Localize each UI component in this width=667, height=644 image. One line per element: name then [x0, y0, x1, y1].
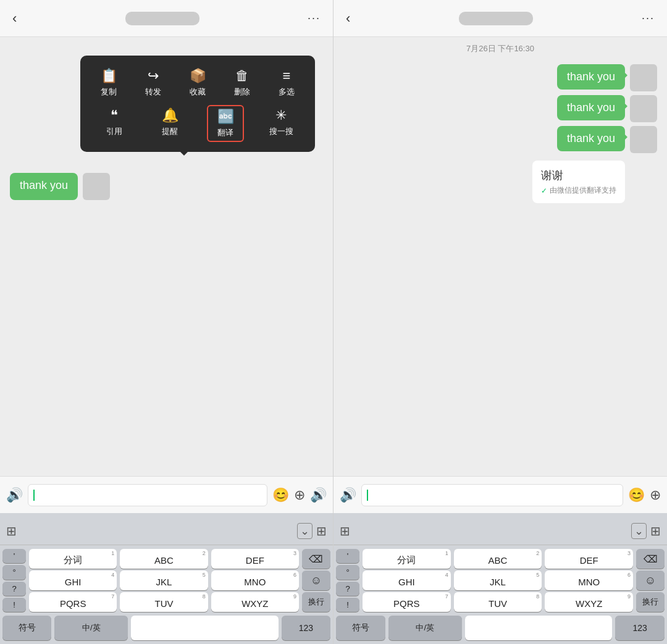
right-key-newline[interactable]: 换行 — [636, 592, 665, 612]
right-bubble-row-3: thank you — [557, 126, 657, 153]
right-key-abc[interactable]: 2 ABC — [454, 549, 542, 569]
right-key-mno[interactable]: 6 MNO — [545, 571, 633, 590]
left-key-pqrs-main: PQRS — [60, 598, 86, 609]
left-key-jkl[interactable]: 5 JKL — [120, 571, 208, 590]
right-key-ghi[interactable]: 4 GHI — [363, 571, 451, 590]
menu-item-search[interactable]: ✳ 搜一搜 — [262, 105, 300, 142]
left-key-abc[interactable]: 2 ABC — [120, 549, 208, 569]
left-kb-grid2-icon[interactable]: ⊞ — [316, 524, 327, 538]
right-key-dot[interactable]: ° — [336, 565, 359, 579]
right-key-symbol[interactable]: 符号 — [336, 616, 385, 640]
right-input-field[interactable] — [361, 484, 623, 506]
quote-icon: ❝ — [111, 107, 118, 123]
left-voice2-icon[interactable]: 🔊 — [310, 487, 327, 503]
menu-item-quote[interactable]: ❝ 引用 — [96, 105, 133, 142]
right-key-emoji[interactable]: ☺ — [636, 571, 665, 590]
left-right-special-col: ⌫ ☺ 换行 — [302, 549, 330, 612]
left-key-emoji[interactable]: ☺ — [302, 571, 330, 590]
left-input-cursor — [33, 490, 35, 501]
left-key-fenxi[interactable]: 1 分词 — [29, 549, 117, 569]
left-key-ghi[interactable]: 4 GHI — [29, 571, 117, 590]
right-emoji-icon[interactable]: 😊 — [628, 487, 645, 503]
left-input-field[interactable] — [28, 484, 267, 506]
right-key-backspace[interactable]: ⌫ — [636, 549, 665, 569]
menu-item-multiselect[interactable]: ≡ 多选 — [268, 65, 305, 100]
right-key-123[interactable]: 123 — [615, 616, 665, 640]
right-key-jkl[interactable]: 5 JKL — [454, 571, 542, 590]
right-key-wxyz[interactable]: 9 WXYZ — [545, 592, 633, 612]
right-key-comma[interactable]: ' — [336, 549, 359, 563]
right-keyboard: ⊞ ⌄ ⊞ ' ° ? ! 1 分词 — [334, 513, 667, 644]
right-bubble-2: thank you — [557, 95, 625, 120]
context-menu-row-2: ❝ 引用 🔔 提醒 🔤 翻译 ✳ 搜一搜 — [86, 105, 309, 142]
right-bubble-1-text: thank you — [567, 70, 615, 83]
wechat-check-icon: ✓ — [541, 186, 547, 195]
delete-icon: 🗑 — [235, 68, 249, 84]
left-key-backspace[interactable]: ⌫ — [302, 549, 330, 569]
left-emoji-icon[interactable]: 😊 — [272, 487, 289, 503]
left-title-blur — [125, 12, 199, 25]
left-key-def[interactable]: 3 DEF — [211, 549, 299, 569]
menu-item-remind[interactable]: 🔔 提醒 — [151, 105, 188, 142]
remind-label: 提醒 — [162, 126, 178, 137]
left-key-space[interactable] — [131, 616, 278, 640]
menu-item-favorite[interactable]: 📦 收藏 — [179, 65, 216, 100]
left-back-button[interactable]: ‹ — [12, 10, 17, 27]
left-plus-icon[interactable]: ⊕ — [294, 487, 305, 503]
left-key-pqrs[interactable]: 7 PQRS — [29, 592, 117, 612]
left-key-exclaim[interactable]: ! — [2, 598, 26, 612]
right-kb-bottom-row: 符号 中/英 123 — [336, 616, 665, 640]
left-key-newline[interactable]: 换行 — [302, 592, 330, 612]
right-plus-icon[interactable]: ⊕ — [650, 487, 661, 503]
menu-item-forward[interactable]: ↪ 转发 — [135, 65, 172, 100]
left-key-123-text: 123 — [299, 623, 313, 633]
left-kb-top-left: ⊞ — [6, 524, 17, 538]
left-kb-grid-icon[interactable]: ⊞ — [6, 524, 17, 538]
left-bubble-text: thank you — [20, 179, 68, 191]
delete-label: 删除 — [234, 86, 250, 98]
left-bubble: thank you — [10, 173, 78, 200]
left-key-zhongying[interactable]: 中/英 — [54, 616, 128, 640]
right-key-question[interactable]: ? — [336, 582, 359, 596]
right-kb-grid2-icon[interactable]: ⊞ — [650, 524, 661, 538]
right-key-space[interactable] — [465, 616, 613, 640]
favorite-icon: 📦 — [190, 68, 206, 84]
right-kb-top-left: ⊞ — [340, 524, 350, 538]
left-key-def-main: DEF — [246, 555, 264, 566]
right-more-button[interactable]: ··· — [642, 12, 655, 25]
right-bubble-3: thank you — [557, 126, 625, 151]
right-bubble-3-text: thank you — [567, 132, 615, 144]
right-voice-icon[interactable]: 🔊 — [340, 487, 356, 503]
left-key-tuv[interactable]: 8 TUV — [120, 592, 208, 612]
copy-label: 复制 — [101, 86, 117, 98]
left-more-button[interactable]: ··· — [308, 12, 321, 25]
menu-item-copy[interactable]: 📋 复制 — [90, 65, 127, 100]
left-key-mno[interactable]: 6 MNO — [211, 571, 299, 590]
right-kb-grid-icon[interactable]: ⊞ — [340, 524, 350, 538]
right-kb-down-icon[interactable]: ⌄ — [631, 523, 647, 539]
right-key-tuv[interactable]: 8 TUV — [454, 592, 542, 612]
left-top-bar: ‹ ··· — [0, 0, 333, 37]
left-key-comma[interactable]: ' — [2, 549, 26, 563]
left-key-123[interactable]: 123 — [282, 616, 330, 640]
right-key-exclaim[interactable]: ! — [336, 598, 359, 612]
right-key-def[interactable]: 3 DEF — [545, 549, 633, 569]
right-kb-row-1: ' ° ? ! 1 分词 4 GHI 7 PQRS — [336, 549, 665, 612]
left-key-wxyz[interactable]: 9 WXYZ — [211, 592, 299, 612]
search-one-label: 搜一搜 — [269, 126, 293, 137]
right-key-pqrs[interactable]: 7 PQRS — [363, 592, 451, 612]
left-key-question[interactable]: ? — [2, 582, 26, 596]
right-key-fenxi[interactable]: 1 分词 — [363, 549, 451, 569]
right-key-zhongying[interactable]: 中/英 — [388, 616, 462, 640]
left-key-fenxi-main: 分词 — [64, 554, 82, 566]
left-voice-icon[interactable]: 🔊 — [6, 487, 23, 503]
right-back-button[interactable]: ‹ — [346, 10, 350, 27]
left-key-comma-text: ' — [14, 551, 15, 561]
menu-item-translate[interactable]: 🔤 翻译 — [207, 105, 244, 142]
left-kb-down-icon[interactable]: ⌄ — [297, 523, 313, 539]
left-key-dot[interactable]: ° — [2, 565, 26, 579]
left-key-wxyz-main: WXYZ — [241, 598, 268, 609]
copy-icon: 📋 — [101, 68, 117, 84]
left-key-symbol[interactable]: 符号 — [2, 616, 51, 640]
menu-item-delete[interactable]: 🗑 删除 — [224, 65, 261, 100]
